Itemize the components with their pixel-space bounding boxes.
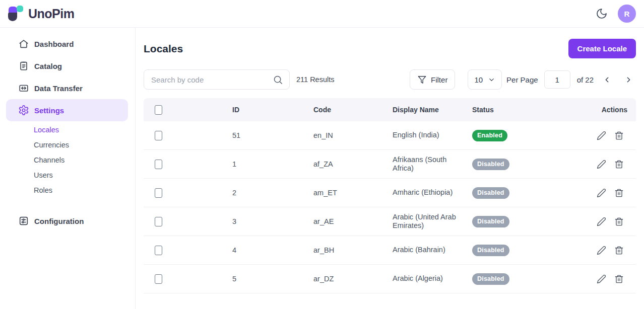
row-code: am_ET <box>313 189 393 197</box>
page-number-input[interactable] <box>544 70 570 89</box>
chevron-left-icon <box>603 75 611 84</box>
row-code: en_IN <box>313 131 393 139</box>
trash-icon <box>614 160 624 169</box>
locales-table: ID Code Display Name Status Actions 51 e… <box>144 98 636 293</box>
status-badge: Disabled <box>472 187 509 199</box>
table-row: 51 en_IN English (India) Enabled <box>144 121 636 150</box>
previous-page-button[interactable] <box>601 73 613 86</box>
sidebar-subitem-locales[interactable]: Locales <box>34 122 135 137</box>
results-count: 211 Results <box>296 75 335 84</box>
pencil-icon <box>597 217 606 226</box>
sidebar: Dashboard Catalog Data Transfer Settings… <box>0 28 136 309</box>
sidebar-item-dashboard[interactable]: Dashboard <box>6 33 128 55</box>
column-header-id: ID <box>232 106 313 114</box>
row-id: 4 <box>232 246 313 254</box>
table-row: 5 ar_DZ Arabic (Algeria) Disabled <box>144 265 636 293</box>
trash-icon <box>614 188 624 198</box>
clipboard-icon <box>18 60 29 71</box>
row-checkbox[interactable] <box>155 217 162 226</box>
delete-button[interactable] <box>614 131 624 140</box>
status-badge: Disabled <box>472 273 509 285</box>
delete-button[interactable] <box>614 188 624 198</box>
column-header-status: Status <box>472 106 548 114</box>
sidebar-item-label: Catalog <box>34 62 62 70</box>
topbar-right: R <box>596 5 636 23</box>
column-header-code: Code <box>313 106 393 114</box>
toolbar-right: Filter 10 Per Page of 22 <box>410 69 636 90</box>
search-input[interactable] <box>144 75 289 84</box>
row-checkbox[interactable] <box>155 246 162 255</box>
pencil-icon <box>597 160 606 169</box>
status-badge: Disabled <box>472 216 509 227</box>
delete-button[interactable] <box>614 217 624 226</box>
column-header-display-name: Display Name <box>393 106 472 114</box>
column-header-actions: Actions <box>602 106 636 114</box>
pencil-icon <box>597 246 606 255</box>
sidebar-item-label: Dashboard <box>34 40 74 48</box>
row-display-name: Afrikaans (South Africa) <box>393 156 472 173</box>
select-all-checkbox[interactable] <box>155 105 162 115</box>
table-row: 2 am_ET Amharic (Ethiopia) Disabled <box>144 179 636 207</box>
edit-button[interactable] <box>597 274 606 284</box>
table-row: 3 ar_AE Arabic (United Arab Emirates) Di… <box>144 207 636 236</box>
status-badge: Enabled <box>472 130 507 141</box>
row-display-name: Arabic (Algeria) <box>393 274 472 283</box>
trash-icon <box>614 131 624 140</box>
row-display-name: Arabic (United Arab Emirates) <box>393 213 472 230</box>
sidebar-item-settings[interactable]: Settings <box>6 99 128 121</box>
sidebar-subitem-channels[interactable]: Channels <box>34 152 135 168</box>
table-body: 51 en_IN English (India) Enabled 1 af_ZA… <box>144 121 636 293</box>
pencil-icon <box>597 188 606 198</box>
delete-button[interactable] <box>614 160 624 169</box>
row-id: 51 <box>232 131 313 139</box>
row-checkbox[interactable] <box>155 188 162 198</box>
row-checkbox[interactable] <box>155 160 162 169</box>
row-checkbox[interactable] <box>155 274 162 284</box>
edit-button[interactable] <box>597 217 606 226</box>
sidebar-subitem-currencies[interactable]: Currencies <box>34 137 135 152</box>
edit-button[interactable] <box>597 131 606 140</box>
table-row: 4 ar_BH Arabic (Bahrain) Disabled <box>144 236 636 265</box>
settings-submenu: Locales Currencies Channels Users Roles <box>34 122 135 198</box>
app-root: UnoPim R Dashboard Catalog Data Transfer <box>0 0 644 309</box>
sidebar-item-label: Data Transfer <box>34 84 83 93</box>
sidebar-item-configuration[interactable]: Configuration <box>6 210 128 232</box>
create-locale-button[interactable]: Create Locale <box>568 39 636 58</box>
sidebar-item-catalog[interactable]: Catalog <box>6 55 128 77</box>
logo[interactable]: UnoPim <box>7 5 74 22</box>
sidebar-subitem-users[interactable]: Users <box>34 168 135 183</box>
row-display-name: English (India) <box>393 131 472 139</box>
filter-button[interactable]: Filter <box>410 69 455 90</box>
avatar[interactable]: R <box>618 5 636 23</box>
delete-button[interactable] <box>614 274 624 284</box>
sidebar-item-label: Settings <box>34 106 64 115</box>
edit-button[interactable] <box>597 188 606 198</box>
row-checkbox[interactable] <box>155 131 162 140</box>
transfer-icon <box>18 83 29 94</box>
delete-button[interactable] <box>614 246 624 255</box>
sliders-icon <box>18 215 29 226</box>
edit-button[interactable] <box>597 160 606 169</box>
edit-button[interactable] <box>597 246 606 255</box>
trash-icon <box>614 274 624 284</box>
search-icon[interactable] <box>273 74 283 87</box>
dark-mode-toggle[interactable] <box>596 8 608 20</box>
status-badge: Disabled <box>472 159 509 170</box>
sidebar-subitem-roles[interactable]: Roles <box>34 183 135 198</box>
sidebar-item-data-transfer[interactable]: Data Transfer <box>6 77 128 99</box>
funnel-icon <box>417 75 427 85</box>
chevron-down-icon <box>488 76 495 84</box>
toolbar: 211 Results Filter 10 Per Page of 22 <box>144 69 636 90</box>
pencil-icon <box>597 131 606 140</box>
row-id: 3 <box>232 217 313 225</box>
logo-text: UnoPim <box>28 7 74 21</box>
per-page-select[interactable]: 10 <box>468 69 502 90</box>
row-code: af_ZA <box>313 160 393 168</box>
row-display-name: Amharic (Ethiopia) <box>393 188 472 197</box>
page-title: Locales <box>144 43 183 55</box>
per-page-label: Per Page <box>506 75 538 84</box>
next-page-button[interactable] <box>622 73 635 86</box>
table-header: ID Code Display Name Status Actions <box>144 98 636 121</box>
moon-icon <box>596 8 608 20</box>
row-id: 2 <box>232 189 313 197</box>
